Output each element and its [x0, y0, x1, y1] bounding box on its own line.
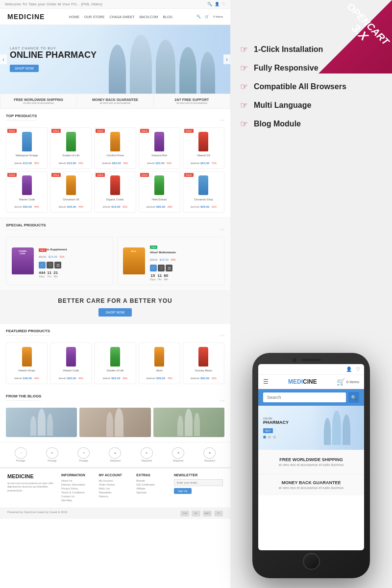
- brand-logo-7: ✿ Shepherd: [200, 447, 220, 462]
- product-discount: 50%: [34, 162, 39, 165]
- product-old-price: $125.00: [102, 162, 111, 165]
- phone-search-btn[interactable]: 🔍: [348, 392, 359, 403]
- footer-link[interactable]: My Account: [99, 479, 132, 482]
- countdown-mins: 80 Min: [164, 273, 168, 281]
- nav-chaga[interactable]: CHAGA SWEET: [109, 15, 134, 19]
- blog-card[interactable]: [153, 408, 224, 437]
- footer-link[interactable]: Gift Certificates: [136, 483, 169, 486]
- footer-logo: MEDICINE: [7, 473, 56, 479]
- phone-mockup: 👤 ♡ ☰ MEDICINE 🛒 0 Items: [252, 353, 370, 578]
- product-card[interactable]: Gummy Bears $138.00$96.00 20%: [183, 343, 224, 384]
- footer-link[interactable]: Wish List: [99, 487, 132, 490]
- shipping-title-2: MONEY BACK GUARANTEE: [79, 98, 150, 101]
- next-arrow[interactable]: ›: [223, 118, 224, 122]
- footer-link[interactable]: Order History: [99, 483, 132, 486]
- product-discount: 29%: [168, 205, 172, 208]
- nav-home[interactable]: HOME: [69, 15, 79, 19]
- brand-logo-6: ❋ Shepherd: [169, 447, 188, 462]
- compare-btn[interactable]: ⚖: [166, 265, 172, 271]
- product-card[interactable]: SALE Garden of Life $35.00$19.60 44%: [50, 127, 92, 169]
- footer-link[interactable]: Returns: [99, 495, 132, 498]
- countdown-timer: 444 Days 11 Hrs 21 Min: [39, 270, 109, 278]
- add-to-cart-btn[interactable]: 🛒: [150, 265, 157, 271]
- phone-hero-text: ONLINE PHARMACY BUY: [263, 417, 289, 439]
- footer-link[interactable]: Specials: [136, 491, 169, 494]
- hero-content: LAST CHANCE TO BUY ONLINE PHARMACY SHOP …: [0, 39, 106, 79]
- footer-link[interactable]: Newsletter: [99, 491, 132, 494]
- phone-menu-icon[interactable]: ☰: [263, 378, 269, 385]
- shipping-title-1: FREE WORLDWIDE SHIPPING: [3, 98, 74, 101]
- product-image: [186, 130, 221, 152]
- doctor-fig-1: [109, 45, 126, 94]
- prev-arrow-bl[interactable]: ‹: [220, 398, 222, 403]
- better-care-shop-btn[interactable]: SHOP NOW: [98, 308, 132, 317]
- prev-arrow-sp[interactable]: ‹: [220, 227, 222, 232]
- nav-blog[interactable]: BLOG: [163, 15, 172, 19]
- phone-hero-title: PHARMACY: [263, 420, 289, 425]
- compare-btn[interactable]: ⚖: [54, 262, 61, 269]
- product-card[interactable]: SALE Cinnamon Oil $82.00$46.00 44%: [50, 172, 92, 213]
- footer-link[interactable]: Privacy Policy: [61, 487, 94, 490]
- phone-search-input[interactable]: [263, 392, 346, 402]
- product-card[interactable]: SALE Comfort Prime $125.00$62.00 50%: [94, 127, 136, 169]
- product-card[interactable]: Vitamin Code $94.00$50.00 46%: [50, 343, 92, 384]
- hero-banner: ‹ LAST CHANCE TO BUY ONLINE PHARMACY SHO…: [0, 25, 230, 94]
- phone-money-title: MONEY BACK GUARANTEE: [263, 480, 359, 485]
- product-name: Organic Cranb.: [97, 198, 133, 201]
- product-image: [97, 345, 133, 368]
- nav-bacn[interactable]: BACN.COM: [140, 15, 158, 19]
- newsletter-email-input[interactable]: [174, 479, 223, 486]
- product-name: Waterpure Omega: [9, 154, 45, 157]
- footer-link[interactable]: About Us: [61, 479, 94, 482]
- wishlist-btn[interactable]: ♡: [47, 262, 53, 269]
- product-card[interactable]: SALE Gamma Rich $46.00$23.00 50%: [139, 127, 180, 169]
- product-card[interactable]: Vitamin Drops $85.00$48.00 44%: [6, 343, 48, 384]
- countdown-hours-val: 11: [157, 273, 162, 278]
- nav-store[interactable]: OUR STORE: [84, 15, 105, 19]
- footer-link[interactable]: Terms & Conditions: [61, 491, 94, 494]
- next-arrow-ft[interactable]: ›: [223, 333, 224, 338]
- phone-dot-2: [268, 436, 271, 439]
- product-card[interactable]: SALE Cinnamon Drop $144.00$98.00 31%: [183, 172, 224, 213]
- product-old-price: $91.00: [15, 205, 22, 208]
- site-nav: HOME OUR STORE CHAGA SWEET BACN.COM BLOG: [69, 15, 172, 19]
- footer-link[interactable]: Site Map: [61, 499, 94, 502]
- shipping-desc-2: at vero eos et accusamus: [79, 101, 150, 104]
- product-card[interactable]: SALE Vitamin Code $91.00$50.00 45%: [6, 172, 48, 213]
- header-cart-icon[interactable]: 🛒: [205, 15, 209, 19]
- special-card[interactable]: Alive! NEW Alive! Multivitamin $55.00 $2…: [117, 237, 224, 285]
- footer-link[interactable]: Contact Us: [61, 495, 94, 498]
- phone-shipping-section: FREE WORLDWIDE SHIPPING at vero eos et a…: [258, 450, 364, 474]
- product-card[interactable]: SALE Organic Cranb. $40.00$19.00 52%: [94, 172, 136, 213]
- product-name: Alive!: [142, 369, 177, 372]
- next-arrow-sp[interactable]: ›: [223, 227, 224, 232]
- product-card[interactable]: Alive! $196.00$59.00 70%: [139, 343, 180, 384]
- special-card[interactable]: VITAMINCODE SALE Vitamin Supplement $35.…: [6, 237, 113, 285]
- newsletter-signup-btn[interactable]: Sign Up: [174, 488, 192, 494]
- header-search-icon[interactable]: 🔍: [196, 15, 201, 19]
- footer-col-newsletter: NEWSLETTER Sign Up: [174, 473, 223, 503]
- prev-arrow-ft[interactable]: ‹: [220, 333, 222, 338]
- phone-cart-icon[interactable]: 🛒: [337, 378, 345, 386]
- special-products-grid: VITAMINCODE SALE Vitamin Supplement $35.…: [6, 237, 224, 285]
- product-image: [53, 130, 89, 152]
- blog-card[interactable]: [6, 408, 77, 437]
- hero-next-btn[interactable]: ›: [223, 54, 230, 64]
- prev-arrow[interactable]: ‹: [220, 118, 222, 122]
- phone-hero-btn[interactable]: BUY: [263, 428, 273, 433]
- product-card[interactable]: SALE Waterpure Omega $25.00$13.00 50%: [6, 127, 48, 169]
- footer-link[interactable]: Delivery Information: [61, 483, 94, 486]
- blog-card[interactable]: [79, 408, 150, 437]
- wishlist-btn[interactable]: ♡: [158, 265, 165, 271]
- product-card[interactable]: SALE Vitamin D3 $228.00$64.00 72%: [183, 127, 224, 169]
- footer-link[interactable]: Brands: [136, 479, 169, 482]
- product-name: Gamma Rich: [142, 154, 177, 157]
- footer-link[interactable]: Affiliate: [136, 487, 169, 490]
- phone-home-button[interactable]: [303, 553, 320, 570]
- product-card[interactable]: Garden of Life $88.00$62.00 30%: [94, 343, 136, 384]
- product-card[interactable]: SALE Herb Extract $113.00$80.00 29%: [139, 172, 180, 213]
- top-products-section: TOP PRODUCTS ‹› SALE Waterpure Omega $25…: [0, 109, 230, 218]
- add-to-cart-btn[interactable]: 🛒: [39, 262, 46, 269]
- hero-shop-btn[interactable]: SHOP NOW: [10, 65, 39, 72]
- next-arrow-bl[interactable]: ›: [223, 398, 224, 403]
